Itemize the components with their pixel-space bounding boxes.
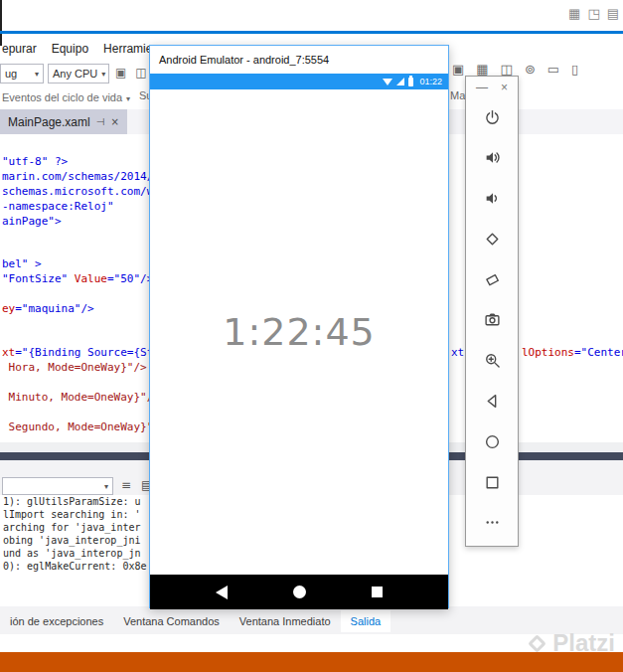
camera-icon bbox=[484, 311, 501, 328]
rotate-left-button[interactable] bbox=[483, 230, 501, 248]
lifecycle-events-label: Eventos del ciclo de vida bbox=[2, 91, 122, 103]
android-home-button[interactable] bbox=[293, 586, 306, 598]
chevron-down-icon: ▾ bbox=[35, 70, 39, 79]
volume-down-button[interactable] bbox=[483, 190, 501, 208]
clock-display: 1:22:45 bbox=[223, 310, 376, 354]
monitor-icon[interactable]: ▯ bbox=[571, 62, 578, 77]
status-time: 01:22 bbox=[419, 77, 442, 86]
status-bar bbox=[0, 652, 623, 672]
toolwindow-tabstrip: ión de excepcionesVentana ComandosVentan… bbox=[0, 608, 623, 634]
start-options-icon[interactable]: ▣ bbox=[115, 66, 126, 80]
platform-dropdown[interactable]: Any CPU ▾ bbox=[48, 64, 109, 84]
grid-icon[interactable]: ▦ bbox=[568, 6, 580, 21]
rotate-right-icon bbox=[484, 271, 501, 288]
titlebar-icon-row: ▦◳▤ bbox=[568, 6, 619, 21]
overview-button[interactable] bbox=[483, 473, 501, 491]
output-source-dropdown[interactable]: ▾ bbox=[2, 477, 113, 495]
emulator-title: Android Emulator - android_7:5554 bbox=[159, 54, 329, 66]
chevron-down-icon: ▾ bbox=[101, 70, 105, 79]
zoom-button[interactable] bbox=[483, 352, 501, 370]
navigate-icon[interactable]: ▣ bbox=[452, 62, 464, 77]
tab-excepciones[interactable]: ión de excepciones bbox=[0, 610, 113, 632]
restore-icon[interactable]: ◳ bbox=[587, 6, 599, 21]
overview-icon bbox=[484, 474, 501, 491]
camera-button[interactable] bbox=[483, 311, 501, 329]
platzi-logo-icon bbox=[529, 634, 546, 652]
target-icon[interactable]: ⊚ bbox=[525, 62, 536, 77]
emulator-window: Android Emulator - android_7:5554 01:22 … bbox=[149, 45, 449, 608]
rotate-right-button[interactable] bbox=[483, 270, 501, 288]
tab-label: MainPage.xaml bbox=[8, 115, 90, 129]
tab-comandos[interactable]: Ventana Comandos bbox=[113, 610, 230, 632]
zoom-icon bbox=[484, 352, 501, 369]
window-icon[interactable]: ▭ bbox=[547, 62, 559, 77]
screen: ▦◳▤ epurarEquipoHerramien ug ▾ Any CPU ▾… bbox=[0, 0, 623, 672]
wifi-icon bbox=[383, 79, 392, 85]
minimize-button[interactable]: — bbox=[476, 82, 488, 98]
emulator-side-toolbar: — × bbox=[465, 76, 519, 547]
back-button[interactable] bbox=[483, 393, 501, 411]
platform-value: Any CPU bbox=[53, 68, 97, 80]
more-icon bbox=[484, 514, 501, 531]
power-button[interactable] bbox=[483, 108, 501, 126]
lifecycle-events-dropdown[interactable]: Eventos del ciclo de vida▾ bbox=[2, 91, 130, 103]
debug-location-toolbar: Eventos del ciclo de vida▾ bbox=[2, 89, 130, 105]
more-button[interactable] bbox=[483, 514, 501, 532]
signal-icon bbox=[396, 78, 404, 85]
volume-down-icon bbox=[484, 190, 501, 207]
chevron-down-icon: ▾ bbox=[126, 94, 130, 103]
tab-salida[interactable]: Salida bbox=[341, 610, 391, 632]
accent-line bbox=[0, 31, 623, 34]
emulator-statusbar: 01:22 bbox=[150, 74, 448, 89]
back-icon bbox=[484, 393, 501, 410]
android-overview-button[interactable] bbox=[372, 587, 383, 597]
menu-equipo[interactable]: Equipo bbox=[52, 42, 88, 56]
home-button[interactable] bbox=[483, 432, 501, 450]
close-tab-icon[interactable]: × bbox=[110, 116, 118, 127]
debug-config-dropdown[interactable]: ug ▾ bbox=[0, 64, 44, 84]
tab-inmediato[interactable]: Ventana Inmediato bbox=[230, 610, 341, 632]
battery-icon bbox=[408, 78, 413, 86]
rotate-left-icon bbox=[484, 231, 501, 248]
volume-up-button[interactable] bbox=[483, 149, 501, 167]
attach-icon[interactable]: ◫ bbox=[135, 66, 146, 80]
emulator-titlebar[interactable]: Android Emulator - android_7:5554 bbox=[150, 46, 448, 74]
close-button[interactable]: × bbox=[501, 82, 508, 98]
toolbar-right-icons: ▣▦◫⊚▭▯ bbox=[452, 62, 578, 77]
android-back-button[interactable] bbox=[216, 586, 228, 599]
stackframe-label: Ma bbox=[450, 89, 465, 101]
columns-icon[interactable]: ◫ bbox=[501, 62, 513, 77]
home-icon bbox=[484, 433, 501, 450]
list-icon[interactable]: ≡ bbox=[121, 478, 131, 492]
vs-titlebar-area: ▦◳▤ bbox=[0, 0, 623, 31]
power-icon bbox=[484, 109, 501, 126]
tab-mainpage-xaml[interactable]: MainPage.xaml ⊣ × bbox=[0, 109, 127, 134]
standard-toolbar-icons: ▣◫ bbox=[115, 66, 147, 80]
side-toolbar-window-controls: — × bbox=[466, 77, 518, 98]
debug-config-value: ug bbox=[5, 68, 17, 80]
menu-depurar[interactable]: epurar bbox=[2, 42, 37, 56]
chevron-down-icon: ▾ bbox=[104, 482, 108, 491]
partial-window-icon[interactable]: ▤ bbox=[607, 6, 619, 21]
emulator-navbar bbox=[150, 575, 448, 609]
pin-icon[interactable]: ⊣ bbox=[96, 116, 105, 127]
volume-up-icon bbox=[484, 149, 501, 166]
emulator-screen[interactable]: 1:22:45 bbox=[150, 89, 448, 575]
grid-icon[interactable]: ▦ bbox=[476, 62, 488, 77]
